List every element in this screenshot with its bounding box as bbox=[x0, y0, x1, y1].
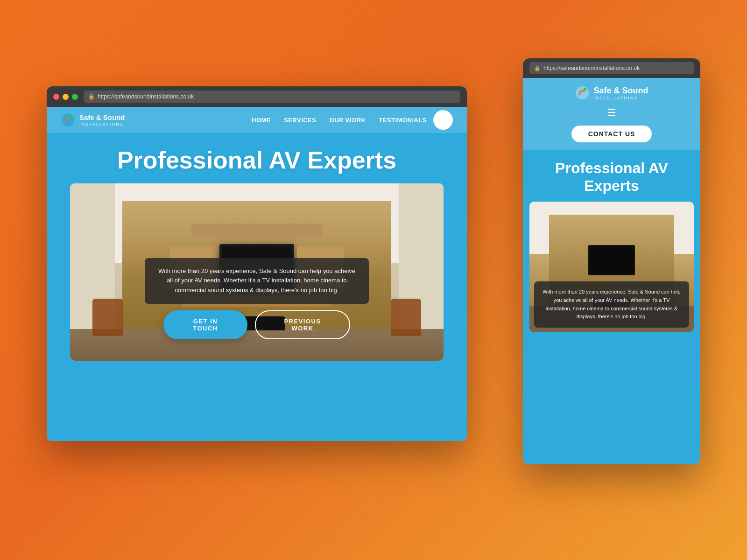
desktop-hero-buttons: GET IN TOUCH PREVIOUS WORK bbox=[163, 310, 350, 339]
desktop-nav-links: HOME SERVICES OUR WORK TESTIMONIALS bbox=[252, 117, 427, 124]
mobile-overlay-textbox: With more than 20 years experience, Safe… bbox=[534, 281, 689, 327]
close-button[interactable] bbox=[53, 94, 59, 100]
desktop-hero-title: Professional AV Experts bbox=[117, 146, 396, 174]
nav-link-work[interactable]: OUR WORK bbox=[330, 117, 366, 124]
svg-point-0 bbox=[62, 113, 75, 126]
desktop-url: https://safeandsoundinstallations.co.uk bbox=[98, 93, 194, 100]
desktop-logo-sub: INSTALLATIONS bbox=[79, 122, 125, 126]
desktop-overlay-text: With more than 20 years experience, Safe… bbox=[158, 266, 356, 295]
nav-link-home[interactable]: HOME bbox=[252, 117, 271, 124]
mobile-browser: 🔒 https://safeandsoundinstallations.co.u… bbox=[523, 58, 700, 464]
desktop-logo: Safe & Sound INSTALLATIONS bbox=[61, 112, 125, 127]
mobile-url: https://safeandsoundinstallations.co.uk bbox=[543, 65, 640, 71]
mobile-address-bar[interactable]: 🔒 https://safeandsoundinstallations.co.u… bbox=[529, 62, 694, 74]
desktop-logo-name: Safe & Sound bbox=[79, 113, 125, 121]
mobile-site: Safe & Sound INSTALLATIONS ☰ CONTACT US … bbox=[523, 78, 700, 464]
hamburger-menu[interactable]: ☰ bbox=[607, 107, 616, 119]
nav-contact-button[interactable] bbox=[433, 110, 453, 130]
mobile-browser-chrome: 🔒 https://safeandsoundinstallations.co.u… bbox=[523, 58, 700, 78]
scene: 🔒 https://safeandsoundinstallations.co.u… bbox=[47, 58, 700, 502]
svg-point-1 bbox=[70, 115, 72, 118]
get-in-touch-button[interactable]: GET IN TOUCH bbox=[163, 310, 247, 339]
desktop-overlay-textbox: With more than 20 years experience, Safe… bbox=[145, 258, 369, 304]
nav-link-testimonials[interactable]: TESTIMONIALS bbox=[379, 117, 427, 124]
mobile-nav: Safe & Sound INSTALLATIONS ☰ CONTACT US bbox=[523, 78, 700, 150]
svg-point-2 bbox=[576, 86, 589, 99]
mobile-overlay-text: With more than 20 years experience, Safe… bbox=[542, 288, 682, 321]
mobile-logo-icon bbox=[575, 85, 590, 100]
mobile-logo-sub: INSTALLATIONS bbox=[593, 96, 648, 100]
desktop-hero-image: With more than 20 years experience, Safe… bbox=[70, 183, 444, 361]
logo-icon bbox=[61, 112, 76, 127]
mobile-logo-name: Safe & Sound bbox=[593, 86, 648, 95]
desktop-browser: 🔒 https://safeandsoundinstallations.co.u… bbox=[47, 86, 467, 441]
desktop-browser-chrome: 🔒 https://safeandsoundinstallations.co.u… bbox=[47, 86, 467, 107]
mobile-hero-image: With more than 20 years experience, Safe… bbox=[529, 202, 694, 332]
desktop-site: Safe & Sound INSTALLATIONS HOME SERVICES… bbox=[47, 107, 467, 441]
mobile-logo-row: Safe & Sound INSTALLATIONS bbox=[575, 85, 648, 100]
lock-icon: 🔒 bbox=[88, 94, 95, 100]
mobile-hero-title: Professional AV Experts bbox=[523, 150, 700, 202]
minimize-button[interactable] bbox=[63, 94, 69, 100]
mobile-lock-icon: 🔒 bbox=[534, 65, 541, 71]
maximize-button[interactable] bbox=[72, 94, 78, 100]
previous-work-button[interactable]: PREVIOUS WORK bbox=[255, 310, 350, 339]
chair-left bbox=[92, 299, 123, 336]
svg-point-3 bbox=[584, 88, 586, 91]
nav-link-services[interactable]: SERVICES bbox=[284, 117, 317, 124]
desktop-hero: Professional AV Experts bbox=[47, 133, 467, 441]
desktop-address-bar[interactable]: 🔒 https://safeandsoundinstallations.co.u… bbox=[84, 91, 460, 103]
chair-right bbox=[391, 299, 421, 336]
mobile-contact-button[interactable]: CONTACT US bbox=[571, 126, 652, 142]
traffic-lights bbox=[53, 94, 78, 100]
desktop-nav: Safe & Sound INSTALLATIONS HOME SERVICES… bbox=[47, 107, 467, 133]
